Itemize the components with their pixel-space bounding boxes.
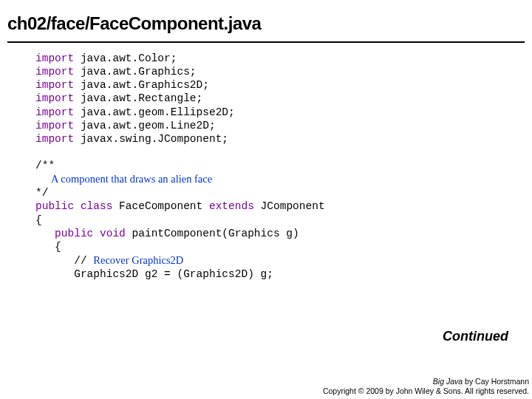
kw-import: import xyxy=(35,52,74,64)
code-block: import java.awt.Color; import java.awt.G… xyxy=(0,43,532,281)
kw-import: import xyxy=(35,92,74,104)
import-line: java.awt.Graphics; xyxy=(74,66,196,78)
indent xyxy=(35,228,55,239)
import-line: java.awt.Rectangle; xyxy=(74,92,202,104)
import-line: javax.swing.JComponent; xyxy=(74,133,228,145)
author: by Cay Horstmann xyxy=(463,377,529,386)
comment-text: Recover Graphics2D xyxy=(93,254,183,266)
kw-class: public class xyxy=(35,200,112,212)
import-line: java.awt.Color; xyxy=(74,52,177,64)
kw-method: public void xyxy=(55,228,126,239)
brace: { xyxy=(35,241,61,253)
kw-import: import xyxy=(35,133,74,145)
javadoc-close: */ xyxy=(35,187,48,199)
method-sig: paintComponent(Graphics g) xyxy=(126,228,299,239)
kw-extends: extends xyxy=(209,200,254,212)
footer: Big Java by Cay Horstmann Copyright © 20… xyxy=(323,377,529,396)
import-line: java.awt.Graphics2D; xyxy=(74,79,209,91)
brace: { xyxy=(35,214,42,226)
page-title: ch02/face/FaceComponent.java xyxy=(7,13,525,34)
javadoc-open: /** xyxy=(35,160,55,171)
import-line: java.awt.geom.Ellipse2D; xyxy=(74,106,235,118)
class-name: FaceComponent xyxy=(112,200,209,212)
kw-import: import xyxy=(35,66,74,78)
import-line: java.awt.geom.Line2D; xyxy=(74,120,215,132)
book-title: Big Java xyxy=(433,377,463,386)
comment-slashes: // xyxy=(35,255,93,267)
kw-import: import xyxy=(35,79,74,91)
javadoc-body: A component that draws an alien face xyxy=(35,173,212,185)
kw-import: import xyxy=(35,106,74,118)
body-line: Graphics2D g2 = (Graphics2D) g; xyxy=(35,268,273,280)
footer-line1: Big Java by Cay Horstmann xyxy=(323,377,529,386)
title-section: ch02/face/FaceComponent.java xyxy=(0,0,532,37)
class-super: JComponent xyxy=(254,200,325,212)
kw-import: import xyxy=(35,120,74,132)
continued-label: Continued xyxy=(443,329,508,344)
footer-line2: Copyright © 2009 by John Wiley & Sons. A… xyxy=(323,386,529,396)
